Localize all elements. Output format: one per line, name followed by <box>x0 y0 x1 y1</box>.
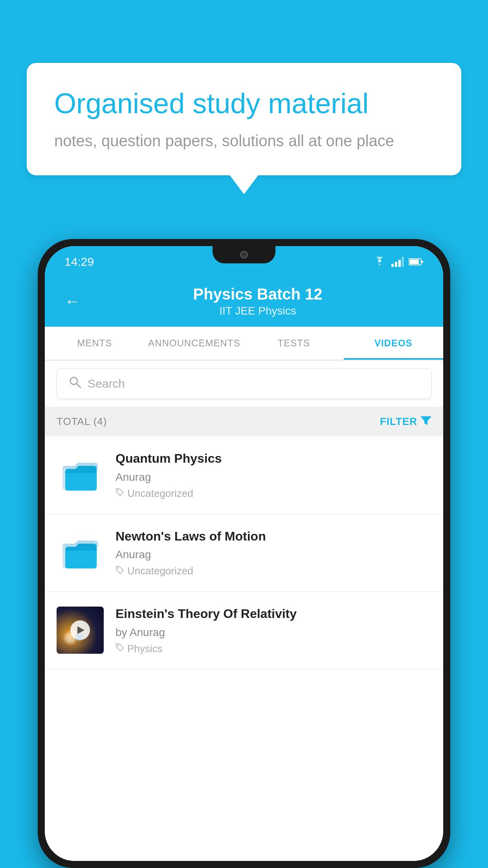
svg-rect-3 <box>402 257 404 267</box>
tag-icon-2 <box>116 566 124 577</box>
search-icon <box>69 376 81 392</box>
svg-point-15 <box>117 567 119 569</box>
video-info-1: Quantum Physics Anurag Uncategorized <box>116 451 431 500</box>
phone-screen: 14:29 <box>45 246 443 861</box>
folder-icon-1 <box>61 457 100 493</box>
video-title-2: Newton's Laws of Motion <box>116 528 431 545</box>
video-list: Quantum Physics Anurag Uncategorized <box>45 436 443 861</box>
svg-rect-1 <box>395 262 397 267</box>
video-tag-text-3: Physics <box>127 643 163 655</box>
video-thumbnail-3 <box>57 607 104 654</box>
video-author-3: by Anurag <box>116 626 431 639</box>
svg-rect-6 <box>422 261 423 263</box>
list-item[interactable]: Quantum Physics Anurag Uncategorized <box>45 436 443 514</box>
video-thumbnail-2 <box>57 529 104 576</box>
speech-bubble-arrow <box>230 175 258 194</box>
speech-bubble-subtitle: notes, question papers, solutions all at… <box>54 130 434 152</box>
status-icons <box>372 257 424 267</box>
svg-point-12 <box>117 489 119 491</box>
back-button[interactable]: ← <box>64 292 80 310</box>
video-tag-text-1: Uncategorized <box>127 487 193 500</box>
video-tag-3: Physics <box>116 643 431 655</box>
status-bar: 14:29 <box>45 246 443 278</box>
wifi-icon <box>372 257 387 267</box>
video-title-3: Einstein's Theory Of Relativity <box>116 606 431 622</box>
tab-announcements[interactable]: ANNOUNCEMENTS <box>145 327 244 360</box>
speech-bubble-title: Organised study material <box>54 86 434 120</box>
video-author-1: Anurag <box>116 471 431 484</box>
tabs-bar: MENTS ANNOUNCEMENTS TESTS VIDEOS <box>45 327 443 360</box>
battery-icon <box>409 258 424 266</box>
video-title-1: Quantum Physics <box>116 451 431 467</box>
video-tag-2: Uncategorized <box>116 565 431 577</box>
filter-label: FILTER <box>380 416 417 428</box>
list-item[interactable]: Einstein's Theory Of Relativity by Anura… <box>45 592 443 669</box>
svg-rect-2 <box>398 260 401 267</box>
video-tag-1: Uncategorized <box>116 487 431 500</box>
filter-button[interactable]: FILTER <box>380 415 431 428</box>
status-notch <box>213 246 275 263</box>
video-info-3: Einstein's Theory Of Relativity by Anura… <box>116 606 431 655</box>
header-subtitle: IIT JEE Physics <box>92 305 424 317</box>
filter-icon <box>420 415 431 428</box>
svg-rect-0 <box>391 264 394 267</box>
search-box[interactable]: Search <box>57 368 431 399</box>
speech-bubble: Organised study material notes, question… <box>27 63 461 175</box>
svg-line-8 <box>77 384 81 388</box>
phone-frame: 14:29 <box>38 239 450 868</box>
total-label: TOTAL (4) <box>57 416 107 428</box>
svg-point-16 <box>117 645 119 646</box>
video-info-2: Newton's Laws of Motion Anurag Uncategor… <box>116 528 431 577</box>
svg-rect-5 <box>409 259 419 264</box>
video-author-2: Anurag <box>116 548 431 561</box>
filter-bar: TOTAL (4) FILTER <box>45 407 443 436</box>
tab-videos[interactable]: VIDEOS <box>344 327 444 360</box>
header-title: Physics Batch 12 <box>92 285 424 303</box>
speech-bubble-container: Organised study material notes, question… <box>27 63 461 194</box>
video-thumbnail-1 <box>57 451 104 498</box>
folder-icon-2 <box>61 535 100 570</box>
camera-dot <box>240 251 248 259</box>
tab-ments[interactable]: MENTS <box>45 327 145 360</box>
orb2-decoration <box>74 632 84 642</box>
svg-marker-9 <box>420 416 431 425</box>
signal-icon <box>391 257 404 267</box>
app-header: ← Physics Batch 12 IIT JEE Physics <box>45 278 443 327</box>
tag-icon-1 <box>116 488 124 499</box>
status-time: 14:29 <box>64 255 94 268</box>
tag-icon-3 <box>116 643 124 654</box>
search-container: Search <box>45 360 443 407</box>
list-item[interactable]: Newton's Laws of Motion Anurag Uncategor… <box>45 514 443 592</box>
video-thumb-img-3 <box>57 607 104 654</box>
video-tag-text-2: Uncategorized <box>127 565 193 577</box>
tab-tests[interactable]: TESTS <box>244 327 344 360</box>
search-input[interactable]: Search <box>88 377 125 390</box>
header-center: Physics Batch 12 IIT JEE Physics <box>92 285 424 317</box>
